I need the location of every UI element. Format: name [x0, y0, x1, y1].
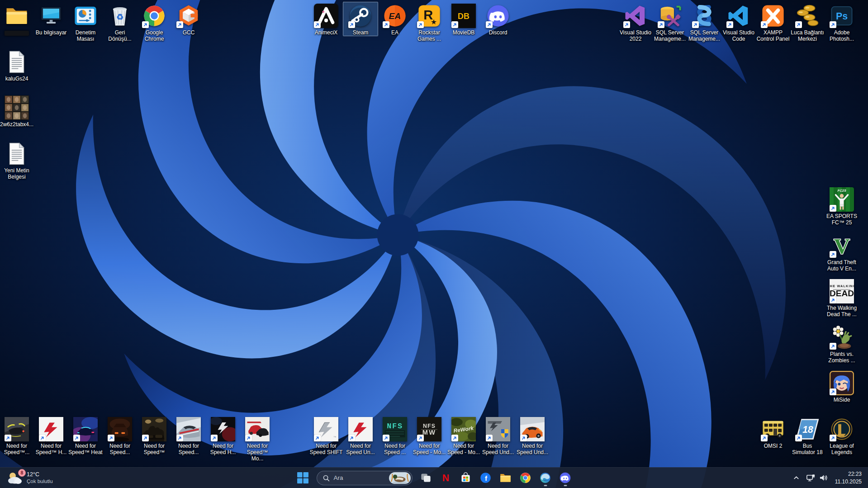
shortcut-arrow-icon	[658, 21, 664, 28]
desktop-icon-the-walking-dead-the-24[interactable]: THE WALKINGDEADThe Walking Dead The ...	[824, 277, 859, 318]
desktop-icon-need-for-speed-mo-38[interactable]: NFSMWNeed for Speed - Mo...	[412, 415, 447, 456]
gtav-icon: V	[830, 233, 854, 258]
svg-text:N: N	[442, 473, 449, 483]
ssms-tools-icon	[658, 4, 682, 28]
taskbar-facebook-button[interactable]: f	[477, 469, 495, 487]
desktop-icon-label: Need for Speed™	[144, 443, 165, 455]
nfs-mw2012-icon	[245, 417, 270, 441]
desktop-icon-bus-simulator-18-43[interactable]: 18Bus Simulator 18	[790, 415, 825, 456]
search-box[interactable]: Ara	[317, 471, 413, 485]
desktop-icon-adobe-photosh-21[interactable]: PsAdobe Photosh...	[824, 2, 859, 43]
desktop-icon-need-for-speed-und-41[interactable]: Need for Speed Und...	[515, 415, 550, 456]
svg-text:★: ★	[431, 18, 437, 26]
clock-date: 11.10.2025	[835, 478, 862, 485]
taskbar: 8 12°C Çok bulutlu Ara	[0, 467, 868, 488]
desktop-icon-label: Adobe Photosh...	[830, 29, 854, 42]
weather-alert-badge: 8	[18, 469, 26, 477]
desktop-icon-2w6z2tabx4-7[interactable]: 2w6z2tabx4...	[0, 94, 34, 128]
desktop-icon-steam-10[interactable]: Steam	[343, 2, 378, 36]
desktop-icon-bu-bilgisayar-1[interactable]: Bu bilgisayar	[33, 2, 69, 36]
desktop-icon-animecix-9[interactable]: AnimeciX	[308, 2, 344, 36]
taskbar-chrome-button[interactable]	[517, 469, 535, 487]
desktop-icon-need-for-speed-37[interactable]: NFSNeed for Speed ...	[377, 415, 413, 456]
desktop-icon-need-for-speed-heat-29[interactable]: Need for Speed™ Heat	[68, 415, 103, 456]
ms-store-icon	[460, 472, 472, 484]
desktop-icon-ea-11[interactable]: EAEA	[377, 2, 413, 36]
desktop-icon-need-for-speed-27[interactable]: Need for Speed™...	[0, 415, 34, 456]
taskbar-file-explorer-button[interactable]	[497, 469, 515, 487]
file-explorer-icon	[499, 472, 512, 484]
svg-text:THE WALKING: THE WALKING	[830, 284, 854, 288]
desktop-icon-ea-sports-fc-25-22[interactable]: FC25EA SPORTS FC™ 25	[824, 185, 859, 226]
rockstar-icon: R★	[417, 4, 441, 28]
desktop-icon-sql-server-manageme-16[interactable]: SQL Server Manageme...	[652, 2, 688, 43]
desktop-icon-need-for-speed-h-33[interactable]: Need for Speed H...	[205, 415, 241, 456]
desktop-icon-visual-studio-code-18[interactable]: Visual Studio Code	[721, 2, 756, 43]
desktop-icon-xampp-control-panel-19[interactable]: XAMPP Control Panel	[755, 2, 791, 43]
edge-icon	[539, 472, 551, 484]
desktop-icon-rockstar-games-12[interactable]: R★Rockstar Games ...	[412, 2, 447, 43]
weather-widget[interactable]: 8 12°C Çok bulutlu	[5, 470, 56, 486]
shortcut-arrow-icon	[383, 435, 389, 441]
taskbar-edge-button[interactable]	[536, 469, 555, 487]
desktop-icon-luca-ba-lant-merkezi-20[interactable]: Luca Bağlantı Merkezi	[790, 2, 825, 43]
taskbar-ms-store-button[interactable]	[457, 469, 475, 487]
taskbar-discord-button[interactable]	[556, 469, 574, 487]
desktop-icon-label: Need for Speed - Mo...	[447, 443, 480, 455]
tray-overflow-chevron[interactable]	[790, 472, 802, 483]
clock[interactable]: 22:23 11.10.2025	[831, 469, 865, 486]
desktop-icon-yeni-metin-belgesi-8[interactable]: Yeni Metin Belgesi	[0, 140, 34, 180]
shortcut-arrow-icon	[383, 21, 389, 28]
weather-temperature: 12°C	[27, 471, 53, 478]
desktop-icon-folder-0[interactable]	[0, 2, 34, 36]
start-button[interactable]	[294, 469, 312, 487]
svg-text:™: ™	[333, 436, 337, 439]
weather-cloud-moon-icon: 8	[7, 471, 23, 485]
desktop-icon-sql-server-manageme-17[interactable]: SQL Server Manageme...	[687, 2, 722, 43]
desktop-icon-discord-14[interactable]: Discord	[480, 2, 516, 36]
svg-text:MW: MW	[422, 429, 436, 436]
desktop-icon-need-for-speed-32[interactable]: Need for Speed...	[171, 415, 206, 456]
desktop-icon-visual-studio-2022-15[interactable]: Visual Studio 2022	[618, 2, 653, 43]
recycle-bin-icon: ♻	[108, 4, 132, 28]
desktop-icon-need-for-speed-h-28[interactable]: Need for Speed™ H...	[33, 415, 69, 456]
desktop-icon-label: Geri Dönüşü...	[108, 29, 131, 42]
desktop-icon-gcc-5[interactable]: GCC	[171, 2, 206, 36]
shortcut-arrow-icon	[417, 21, 424, 28]
desktop-icon-denetim-masas-2[interactable]: Denetim Masası	[68, 2, 103, 43]
desktop-icon-label: Rockstar Games ...	[417, 29, 441, 42]
desktop-icon-need-for-speed-und-40[interactable]: Need for Speed Und...	[480, 415, 516, 456]
desktop-icon-google-chrome-4[interactable]: Google Chrome	[137, 2, 172, 43]
taskbar-task-view-button[interactable]	[417, 469, 435, 487]
desktop-icon-need-for-speed-31[interactable]: Need for Speed™	[137, 415, 172, 456]
desktop-icon-omsi-2-42[interactable]: OMSI 2	[755, 415, 791, 450]
desktop-icon-need-for-speed-shift-35[interactable]: ™Need for Speed SHIFT	[308, 415, 344, 456]
this-pc-icon	[39, 4, 63, 28]
discord-icon	[559, 472, 571, 484]
search-placeholder: Ara	[334, 474, 385, 481]
redacted-label	[5, 31, 29, 36]
desktop-icon-label: The Walking Dead The ...	[827, 305, 857, 317]
desktop-icon-moviedb-13[interactable]: DBMovieDB	[446, 2, 481, 36]
desktop-icon-label: AnimeciX	[315, 29, 338, 36]
desktop-icon-grand-theft-auto-v-en-23[interactable]: VGrand Theft Auto V En...	[824, 232, 859, 272]
taskbar-netflix-button[interactable]: N	[437, 469, 455, 487]
desktop-icon-label: Need for Speed...	[109, 443, 130, 455]
shortcut-arrow-icon	[830, 435, 836, 441]
desktop-icon-plants-vs-zombies-25[interactable]: Plants vs. Zombies ...	[824, 323, 859, 364]
desktop-icon-need-for-speed-mo-39[interactable]: ReWorkNeed for Speed - Mo...	[446, 415, 481, 456]
folder-icon	[5, 4, 29, 28]
desktop-icon-geri-d-n-3[interactable]: ♻Geri Dönüşü...	[102, 2, 138, 43]
desktop-icon-label: Bus Simulator 18	[792, 443, 822, 455]
desktop-icon-need-for-speed-un-36[interactable]: Need for Speed Un...	[343, 415, 378, 456]
desktop-icon-league-of-legends-44[interactable]: League of Legends	[824, 415, 859, 456]
tray-network-volume[interactable]	[803, 472, 830, 484]
desktop-icon-need-for-speed-30[interactable]: Need for Speed...	[102, 415, 138, 456]
steam-icon	[348, 4, 373, 28]
svg-text:NFS: NFS	[423, 423, 436, 429]
windows-logo-icon	[297, 472, 309, 484]
desktop-icon-need-for-speed-mo-34[interactable]: Need for Speed™ Mo...	[240, 415, 275, 462]
shortcut-arrow-icon	[417, 435, 424, 441]
desktop-icon-kalugs24-6[interactable]: kaluGs24	[0, 48, 34, 82]
desktop-icon-miside-26[interactable]: MiSide	[824, 369, 859, 403]
